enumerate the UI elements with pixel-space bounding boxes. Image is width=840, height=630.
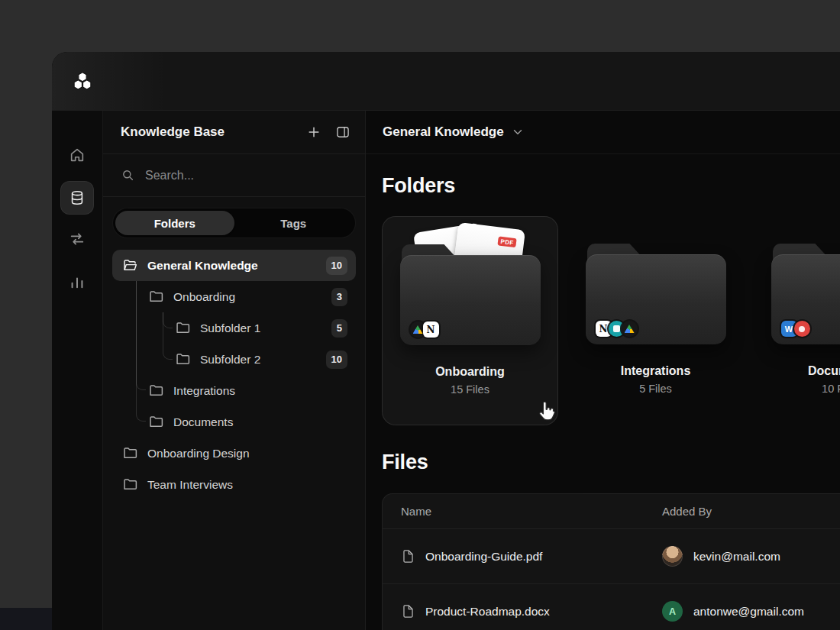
nav-knowledge-base-button[interactable] — [60, 181, 94, 215]
folder-icon — [148, 383, 164, 399]
app-badges: N — [596, 321, 638, 337]
topbar-highlight — [52, 52, 168, 110]
folder-icon — [175, 320, 191, 336]
app-badges: N — [410, 321, 439, 338]
folder-card-count: 10 Files — [822, 383, 840, 395]
main-content: Folders PDF N — [366, 154, 840, 630]
file-icon — [401, 549, 415, 564]
tree-item-team-interviews[interactable]: Team Interviews — [112, 469, 356, 500]
sidebar-title: Knowledge Base — [121, 124, 295, 140]
nav-transfer-button[interactable] — [60, 222, 94, 256]
folder-icon — [148, 289, 164, 305]
background-window-edge — [0, 608, 52, 630]
home-icon — [69, 147, 86, 163]
files-table-header: Name Added By — [383, 494, 840, 529]
bar-chart-icon — [69, 273, 86, 290]
folder-card-count: 15 Files — [451, 383, 489, 396]
chevron-down-icon[interactable] — [511, 125, 525, 139]
app-badges: W — [781, 321, 810, 337]
tab-tags[interactable]: Tags — [234, 211, 354, 235]
table-row[interactable]: Onboarding-Guide.pdf kevin@mail.com — [383, 529, 840, 584]
window-topbar — [52, 52, 840, 111]
main-panel: General Knowledge Folders PDF — [366, 111, 840, 630]
count-badge: 10 — [326, 257, 347, 275]
folder-front: N — [400, 255, 541, 345]
tree-item-onboarding-design[interactable]: Onboarding Design — [112, 438, 356, 469]
folder-card-title: Integrations — [621, 364, 691, 378]
folder-card-onboarding[interactable]: PDF N Onboarding 15 Files — [382, 216, 558, 425]
app-logo-cubes-icon[interactable] — [72, 71, 93, 92]
desktop: { "app": { "logo": "cubes-logo" }, "rail… — [0, 0, 840, 630]
tree-item-subfolder-1[interactable]: Subfolder 1 5 — [112, 312, 356, 344]
main-header: General Knowledge — [366, 111, 840, 154]
added-by-email: kevin@mail.com — [693, 550, 780, 564]
folder-open-icon — [122, 257, 138, 273]
avatar-initial: A — [662, 601, 683, 622]
notion-icon: N — [423, 321, 439, 338]
nav-rail — [52, 111, 102, 630]
tab-folders[interactable]: Folders — [115, 211, 234, 235]
folder-card-count: 5 Files — [639, 383, 672, 395]
search-input[interactable] — [145, 169, 347, 183]
breadcrumb: General Knowledge — [383, 124, 504, 140]
nav-analytics-button[interactable] — [60, 265, 94, 299]
pdf-tag: PDF — [497, 236, 516, 247]
plus-icon — [306, 124, 321, 140]
sidebar: Knowledge Base Folders Tags — [102, 111, 366, 630]
nav-home-button[interactable] — [60, 138, 94, 172]
folder-card-integrations[interactable]: N Integrations 5 Files — [567, 216, 744, 425]
tree-item-documents[interactable]: Documents — [112, 406, 356, 438]
folder-front: N — [586, 254, 726, 344]
folder-card-title: Documents — [808, 364, 840, 378]
folder-icon — [148, 414, 164, 430]
folder-icon — [122, 477, 138, 493]
folder-cards-row: PDF N Onboarding 15 Files — [382, 216, 840, 425]
files-section-heading: Files — [382, 451, 840, 474]
folder-front: W — [771, 254, 840, 344]
avatar-photo — [662, 546, 683, 567]
folders-section-heading: Folders — [382, 174, 840, 198]
file-name: Product-Roadmap.docx — [425, 605, 550, 619]
file-name: Onboarding-Guide.pdf — [425, 550, 542, 564]
tree-item-integrations[interactable]: Integrations — [112, 375, 356, 406]
folder-icon — [175, 351, 191, 367]
folder-icon — [122, 445, 138, 461]
count-badge: 3 — [331, 288, 347, 306]
folder-tree: General Knowledge 10 Onboarding 3 Subfol… — [112, 250, 356, 500]
column-header-name: Name — [401, 505, 662, 518]
count-badge: 5 — [331, 319, 347, 338]
tree-item-onboarding[interactable]: Onboarding 3 — [112, 281, 356, 312]
database-icon — [69, 189, 86, 206]
file-icon — [401, 604, 415, 619]
google-drive-icon — [622, 321, 638, 337]
files-table: Name Added By Onboarding-Guide.pdf kevin… — [382, 493, 840, 630]
sidebar-header: Knowledge Base — [103, 111, 365, 154]
count-badge: 10 — [326, 351, 347, 369]
folder-illustration: W — [771, 239, 840, 344]
folder-illustration: PDF N — [400, 240, 541, 345]
tree-item-general-knowledge[interactable]: General Knowledge 10 — [112, 250, 356, 281]
folder-illustration: N — [586, 239, 726, 344]
search-icon — [121, 168, 135, 183]
add-button[interactable] — [304, 122, 324, 142]
app-window: Knowledge Base Folders Tags — [52, 52, 840, 630]
transfer-arrows-icon — [69, 231, 86, 247]
pdf-app-icon — [794, 321, 810, 337]
table-row[interactable]: Product-Roadmap.docx A antonwe@gmail.com — [383, 584, 840, 630]
column-header-added-by: Added By — [662, 505, 712, 518]
search-bar — [103, 154, 365, 197]
folder-card-documents[interactable]: W Documents 10 Files — [753, 216, 840, 425]
added-by-email: antonwe@gmail.com — [693, 605, 804, 619]
folder-card-title: Onboarding — [435, 365, 505, 379]
panel-toggle-icon — [335, 124, 351, 140]
folders-tags-segmented-control: Folders Tags — [112, 208, 356, 238]
collapse-panel-button[interactable] — [333, 122, 353, 142]
tree-item-subfolder-2[interactable]: Subfolder 2 10 — [112, 344, 356, 375]
